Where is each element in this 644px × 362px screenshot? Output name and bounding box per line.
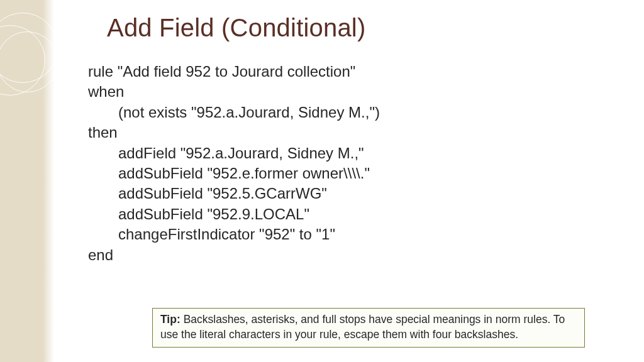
decorative-rings — [0, 6, 54, 107]
slide: Add Field (Conditional) rule "Add field … — [0, 0, 644, 362]
code-line: addSubField "952.e.former owner\\\\." — [88, 163, 579, 184]
code-line: end — [88, 245, 579, 265]
tip-label: Tip: — [160, 313, 180, 326]
code-line: addField "952.a.Jourard, Sidney M.," — [88, 143, 579, 163]
code-line: (not exists "952.a.Jourard, Sidney M.,") — [88, 102, 579, 123]
decorative-band — [0, 0, 54, 362]
code-line: addSubField "952.5.GCarrWG" — [88, 184, 579, 204]
code-line: changeFirstIndicator "952" to "1" — [88, 224, 579, 244]
code-line: rule "Add field 952 to Jourard collectio… — [88, 62, 579, 82]
code-line: when — [88, 82, 579, 102]
tip-box: Tip: Backslashes, asterisks, and full st… — [152, 308, 585, 348]
tip-text: Backslashes, asterisks, and full stops h… — [160, 313, 565, 341]
code-line: addSubField "952.9.LOCAL" — [88, 204, 579, 224]
slide-title: Add Field (Conditional) — [107, 14, 365, 42]
code-block: rule "Add field 952 to Jourard collectio… — [88, 62, 579, 265]
code-line: then — [88, 123, 579, 143]
